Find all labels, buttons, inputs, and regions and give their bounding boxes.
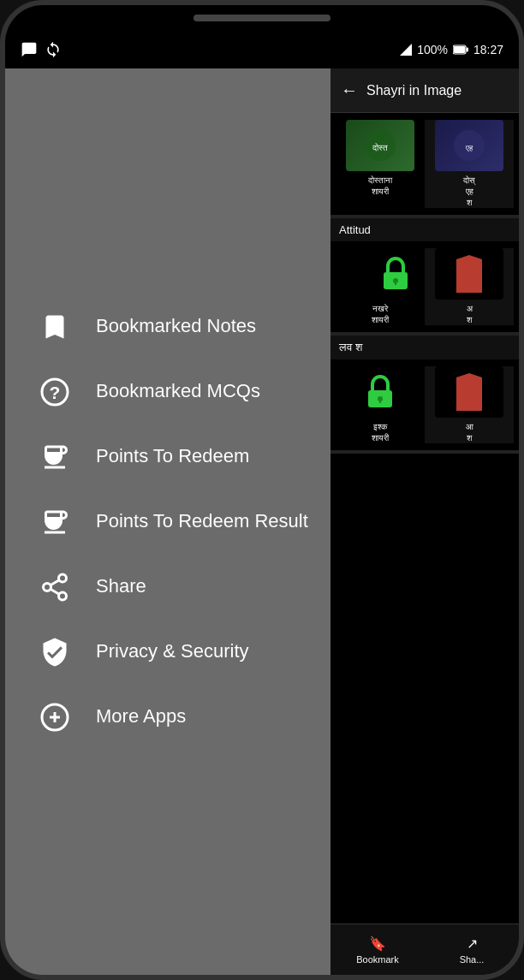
bottom-share-button[interactable]: ↗ Sha... bbox=[425, 935, 519, 965]
svg-point-8 bbox=[59, 592, 67, 600]
cup-icon-2 bbox=[39, 507, 70, 538]
svg-line-10 bbox=[51, 579, 59, 585]
svg-line-9 bbox=[51, 589, 59, 594]
bottom-share-label: Sha... bbox=[460, 954, 485, 965]
back-button[interactable]: ← bbox=[341, 80, 358, 100]
chat-icon bbox=[21, 41, 38, 58]
bookmarked-mcqs-label: Bookmarked MCQs bbox=[96, 379, 260, 404]
bottom-bookmark-label: Bookmark bbox=[356, 954, 399, 965]
share-label: Share bbox=[96, 574, 146, 599]
status-bar: 100% 18:27 bbox=[5, 31, 519, 68]
shayri-item-ishq[interactable]: इश्कशायरी bbox=[336, 366, 425, 443]
status-right: 100% 18:27 bbox=[400, 43, 503, 56]
screen-content: Bookmarked Notes ? Bookmarked MCQs Point… bbox=[5, 68, 519, 975]
more-apps-label: More Apps bbox=[96, 704, 186, 729]
share-icon bbox=[39, 572, 70, 603]
shayri-item-eha[interactable]: एह दोस्एहश bbox=[425, 120, 514, 208]
shayri-item-love-2[interactable]: आश bbox=[425, 366, 514, 443]
ishq-label: इश्कशायरी bbox=[372, 421, 389, 443]
shayri-row-love: इश्कशायरी आश bbox=[330, 359, 519, 450]
love2-thumb bbox=[435, 366, 503, 418]
time-display: 18:27 bbox=[473, 43, 503, 56]
shayri-item-attitude-2[interactable]: अश bbox=[425, 248, 514, 325]
dostana-label: दोस्तानाशायरी bbox=[368, 175, 392, 197]
overlay-bottom-bar: 🔖 Bookmark ↗ Sha... bbox=[330, 924, 519, 975]
question-icon: ? bbox=[39, 377, 70, 407]
svg-marker-0 bbox=[400, 44, 412, 56]
shayri-row-attitude: नखरेशायरी अश bbox=[330, 241, 519, 332]
bookmark-icon bbox=[39, 312, 70, 342]
svg-point-6 bbox=[59, 574, 67, 582]
eha-label: दोस्एहश bbox=[463, 175, 475, 208]
svg-rect-20 bbox=[395, 281, 396, 285]
overlay-panel: ← Shayri in Image दोस्त bbox=[330, 68, 519, 975]
love-title: लव श bbox=[330, 336, 519, 359]
attitude2-thumb bbox=[435, 248, 503, 300]
eha-thumb: एह bbox=[435, 120, 503, 171]
shield-icon bbox=[39, 637, 70, 668]
nakhra-thumb bbox=[346, 248, 414, 300]
svg-point-7 bbox=[44, 583, 51, 591]
points-to-redeem-label: Points To Redeem bbox=[96, 444, 249, 469]
overlay-header: ← Shayri in Image bbox=[330, 68, 519, 113]
svg-text:?: ? bbox=[50, 382, 61, 401]
cup-icon bbox=[39, 442, 70, 472]
battery-percent: 100% bbox=[417, 43, 448, 56]
notch-pill bbox=[194, 15, 330, 21]
notch-bar bbox=[5, 5, 519, 31]
shayri-section-1: दोस्त दोस्तानाशायरी एह bbox=[330, 113, 519, 218]
sync-icon bbox=[45, 41, 62, 58]
bottom-bookmark-icon: 🔖 bbox=[369, 935, 386, 952]
bookmarked-notes-label: Bookmarked Notes bbox=[96, 314, 256, 339]
shayri-item-nakhra[interactable]: नखरेशायरी bbox=[336, 248, 425, 325]
ishq-thumb bbox=[346, 366, 414, 418]
svg-rect-2 bbox=[454, 46, 465, 53]
plus-circle-icon bbox=[39, 702, 70, 733]
signal-icon bbox=[400, 44, 412, 56]
phone-frame: 100% 18:27 Bookmarked Notes bbox=[0, 0, 524, 980]
svg-text:दोस्त: दोस्त bbox=[372, 143, 388, 152]
bottom-bookmark-button[interactable]: 🔖 Bookmark bbox=[330, 935, 425, 965]
battery-icon bbox=[453, 45, 468, 55]
attitude-title: Attitud bbox=[330, 218, 519, 241]
overlay-scroll-area[interactable]: दोस्त दोस्तानाशायरी एह bbox=[330, 113, 519, 975]
svg-rect-23 bbox=[379, 399, 381, 403]
shayri-item-dostana[interactable]: दोस्त दोस्तानाशायरी bbox=[336, 120, 425, 208]
privacy-security-label: Privacy & Security bbox=[96, 639, 249, 664]
dostana-thumb: दोस्त bbox=[346, 120, 414, 171]
shayri-row-1: दोस्त दोस्तानाशायरी एह bbox=[330, 113, 519, 215]
bottom-share-icon: ↗ bbox=[467, 935, 478, 952]
attitude2-label: अश bbox=[467, 303, 473, 325]
shayri-section-3: लव श bbox=[330, 336, 519, 454]
nakhra-label: नखरेशायरी bbox=[372, 303, 389, 325]
svg-text:एह: एह bbox=[465, 144, 473, 152]
overlay-title: Shayri in Image bbox=[366, 83, 461, 98]
status-left-icons bbox=[21, 41, 62, 58]
points-to-redeem-result-label: Points To Redeem Result bbox=[96, 509, 308, 534]
shayri-section-2: Attitud bbox=[330, 218, 519, 336]
svg-rect-3 bbox=[466, 48, 468, 52]
love2-label: आश bbox=[466, 421, 473, 443]
